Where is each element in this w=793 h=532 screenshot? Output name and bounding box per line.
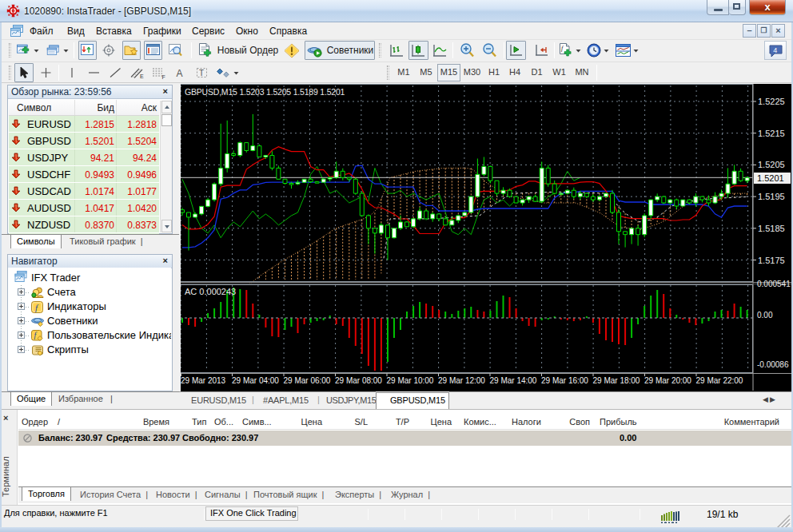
svg-text:AC 0.000243: AC 0.000243 [185,287,236,296]
svg-text:1.5185: 1.5185 [758,224,785,233]
svg-text:T: T [199,69,204,77]
svg-text:1.5175: 1.5175 [758,256,785,265]
svg-text:0.000541: 0.000541 [757,280,791,288]
svg-text:1.5215: 1.5215 [758,129,785,138]
svg-text:29 Mar 20:00: 29 Mar 20:00 [644,376,691,385]
svg-text:29 Mar 18:00: 29 Mar 18:00 [593,376,640,385]
svg-text:4: 4 [773,46,777,54]
svg-text:GBPUSD,M15 1.5203 1.5205 1.51: GBPUSD,M15 1.5203 1.5205 1.5189 1.5201 [185,87,345,97]
svg-text:E: E [140,73,144,79]
svg-text:29 Mar 08:00: 29 Mar 08:00 [335,376,382,385]
svg-text:-0.00086: -0.00086 [757,360,789,369]
svg-text:29 Mar 16:00: 29 Mar 16:00 [541,376,588,385]
svg-text:29 Mar 10:00: 29 Mar 10:00 [387,376,434,385]
svg-text:29 Mar 22:00: 29 Mar 22:00 [696,376,743,385]
svg-text:29 Mar 06:00: 29 Mar 06:00 [284,376,331,385]
svg-text:F: F [161,74,165,80]
svg-text:A: A [176,68,182,79]
svg-text:29 Mar 12:00: 29 Mar 12:00 [438,376,485,385]
svg-text:29 Mar 2013: 29 Mar 2013 [181,376,226,385]
svg-text:29 Mar 04:00: 29 Mar 04:00 [232,376,279,385]
svg-text:1.5205: 1.5205 [758,160,785,169]
svg-text:0.00: 0.00 [757,311,773,320]
svg-text:1.5201: 1.5201 [757,173,784,183]
svg-text:1.5195: 1.5195 [758,192,785,201]
svg-text:29 Mar 14:00: 29 Mar 14:00 [490,376,537,385]
svg-text:1.5225: 1.5225 [758,97,785,106]
